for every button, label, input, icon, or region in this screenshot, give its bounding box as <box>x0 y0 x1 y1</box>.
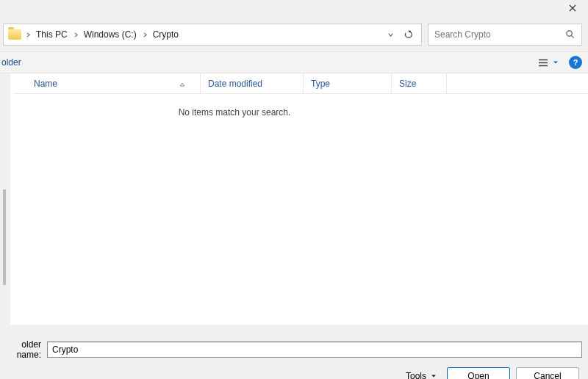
view-mode-dropdown[interactable] <box>553 59 563 65</box>
breadcrumb-item[interactable]: Windows (C:) <box>82 29 138 40</box>
chevron-right-icon[interactable] <box>141 29 148 40</box>
folder-name-row: older name: <box>0 339 582 360</box>
empty-state-message: No items match your search. <box>13 94 456 131</box>
column-label: Type <box>311 79 330 89</box>
history-dropdown[interactable] <box>384 32 396 37</box>
folder-name-input[interactable] <box>47 342 582 358</box>
column-header-name[interactable]: Name <box>13 73 201 93</box>
chevron-down-icon <box>553 59 559 65</box>
title-bar <box>0 0 588 21</box>
file-area: Name Date modified Type Size No items ma… <box>10 73 588 325</box>
refresh-icon <box>404 29 414 40</box>
chevron-down-icon <box>431 373 437 379</box>
toolbar-label[interactable]: older <box>0 57 21 68</box>
column-label: Size <box>399 79 416 89</box>
dialog-footer: older name: Tools Open Cancel <box>0 335 588 379</box>
open-button[interactable]: Open <box>447 367 510 379</box>
navigation-row: This PC Windows (C:) Crypto <box>0 21 588 51</box>
breadcrumb-bar[interactable]: This PC Windows (C:) Crypto <box>3 24 422 46</box>
toolbar: older ? <box>0 51 588 73</box>
search-icon <box>565 29 576 40</box>
view-mode-button[interactable] <box>534 59 553 67</box>
cancel-button[interactable]: Cancel <box>516 367 579 379</box>
column-label: Date modified <box>208 79 262 89</box>
column-label: Name <box>34 79 57 89</box>
column-headers: Name Date modified Type Size <box>13 73 588 94</box>
file-list: Name Date modified Type Size No items ma… <box>13 73 588 325</box>
spacer <box>0 325 588 335</box>
breadcrumb-item[interactable]: Crypto <box>151 29 180 40</box>
tools-menu-button[interactable]: Tools <box>401 368 441 380</box>
column-header-type[interactable]: Type <box>304 73 392 93</box>
divider-handle[interactable] <box>3 190 6 285</box>
tools-label: Tools <box>406 371 426 380</box>
search-input[interactable] <box>434 29 561 40</box>
close-icon <box>569 4 576 12</box>
sort-indicator-icon <box>179 79 185 89</box>
folder-icon <box>8 29 21 40</box>
breadcrumb-item[interactable]: This PC <box>35 29 69 40</box>
close-button[interactable] <box>557 0 588 16</box>
search-box[interactable] <box>428 24 582 46</box>
refresh-button[interactable] <box>399 29 418 40</box>
column-header-size[interactable]: Size <box>392 73 447 93</box>
chevron-right-icon[interactable] <box>72 29 79 40</box>
svg-point-0 <box>567 31 572 36</box>
chevron-right-icon[interactable] <box>24 29 32 40</box>
folder-name-label: older name: <box>0 339 41 360</box>
list-view-icon <box>538 59 548 67</box>
column-header-date[interactable]: Date modified <box>201 73 304 93</box>
button-row: Tools Open Cancel <box>0 367 582 379</box>
help-button[interactable]: ? <box>569 56 582 69</box>
